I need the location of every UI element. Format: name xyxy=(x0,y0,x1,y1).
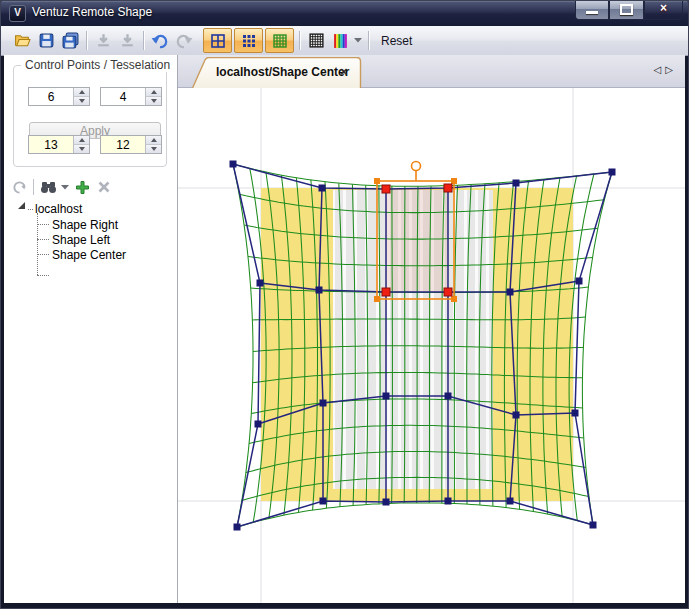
grid-points-toggle[interactable] xyxy=(234,28,263,53)
control-points-v-spinner xyxy=(100,87,162,106)
import-button[interactable] xyxy=(91,29,115,52)
control-point[interactable] xyxy=(320,400,327,407)
maximize-button[interactable] xyxy=(609,0,644,20)
rotate-handle[interactable] xyxy=(412,162,421,171)
dropdown-caret-icon xyxy=(61,185,69,190)
control-point[interactable] xyxy=(257,280,264,287)
spin-down-button[interactable] xyxy=(146,144,161,153)
control-point[interactable] xyxy=(320,498,327,505)
selected-control-point[interactable] xyxy=(444,184,452,192)
spin-up-button[interactable] xyxy=(74,88,89,96)
groupbox-label: Control Points / Tesselation xyxy=(21,58,174,72)
save-icon xyxy=(38,32,55,49)
find-button[interactable] xyxy=(37,177,59,197)
save-all-button[interactable] xyxy=(58,29,82,52)
redo-button[interactable] xyxy=(172,29,196,52)
grid-points-icon xyxy=(241,33,257,49)
control-point[interactable] xyxy=(445,498,452,505)
control-point[interactable] xyxy=(513,412,520,419)
tab-strip: localhost/Shape Center × ◁▷ xyxy=(178,55,685,88)
grid-coarse-icon xyxy=(210,33,226,49)
control-point[interactable] xyxy=(507,289,514,296)
shape-canvas[interactable] xyxy=(178,88,685,603)
dropdown-caret-icon xyxy=(354,38,362,43)
app-icon: V xyxy=(9,5,26,22)
delete-shape-button[interactable] xyxy=(93,177,115,197)
color-bars-icon xyxy=(333,33,348,49)
selected-control-point[interactable] xyxy=(382,288,390,296)
tesselation-v-input[interactable] xyxy=(101,136,145,153)
control-point[interactable] xyxy=(572,410,579,417)
refresh-icon xyxy=(12,180,27,195)
tab-shape-center[interactable]: localhost/Shape Center × xyxy=(192,57,362,88)
grid-bw-button[interactable] xyxy=(304,29,328,52)
minimize-button[interactable] xyxy=(575,0,609,20)
spin-up-button[interactable] xyxy=(74,136,89,144)
control-point[interactable] xyxy=(513,180,520,187)
control-point[interactable] xyxy=(230,161,237,168)
tab-scroll-right-icon[interactable]: ▷ xyxy=(665,64,677,75)
tesselation-v-spinner xyxy=(100,135,162,154)
tab-close-icon[interactable]: × xyxy=(340,64,348,79)
add-shape-button[interactable] xyxy=(71,177,93,197)
color-bars-button[interactable] xyxy=(328,29,352,52)
selection-handle[interactable] xyxy=(374,296,380,302)
control-point[interactable] xyxy=(316,287,323,294)
left-panel: Control Points / Tesselation Apply xyxy=(4,55,178,603)
delete-icon xyxy=(97,180,111,194)
grid-bw-icon xyxy=(308,32,325,49)
open-folder-icon xyxy=(14,32,31,49)
spin-down-button[interactable] xyxy=(74,96,89,105)
titlebar[interactable]: V Ventuz Remote Shape × xyxy=(0,0,689,26)
import-all-button[interactable] xyxy=(115,29,139,52)
redo-icon xyxy=(175,32,193,50)
control-points-u-spinner xyxy=(28,87,90,106)
main-toolbar: Reset xyxy=(1,26,688,56)
control-points-v-input[interactable] xyxy=(101,88,145,105)
control-point[interactable] xyxy=(383,499,390,506)
spin-down-button[interactable] xyxy=(74,144,89,153)
control-point[interactable] xyxy=(319,185,326,192)
control-point[interactable] xyxy=(383,393,390,400)
grid-fine-icon xyxy=(272,33,288,49)
selection-handle[interactable] xyxy=(451,296,457,302)
save-button[interactable] xyxy=(34,29,58,52)
color-bars-dropdown[interactable] xyxy=(352,29,364,52)
tree-item-shape-right[interactable]: Shape Right xyxy=(52,218,118,232)
grid-fine-toggle[interactable] xyxy=(265,28,294,53)
close-button[interactable]: × xyxy=(644,0,683,20)
control-point[interactable] xyxy=(255,421,262,428)
expander-icon[interactable] xyxy=(18,202,25,209)
control-point[interactable] xyxy=(576,278,583,285)
reset-button[interactable]: Reset xyxy=(373,31,420,51)
selection-handle[interactable] xyxy=(374,178,380,184)
control-point[interactable] xyxy=(609,169,616,176)
tree-item-localhost[interactable]: localhost xyxy=(35,202,82,216)
binoculars-icon xyxy=(40,180,57,195)
save-all-icon xyxy=(62,32,79,49)
open-folder-button[interactable] xyxy=(10,29,34,52)
main-area: localhost/Shape Center × ◁▷ xyxy=(178,55,685,603)
selected-control-point[interactable] xyxy=(444,288,452,296)
import-icon xyxy=(95,32,112,49)
spin-down-button[interactable] xyxy=(146,96,161,105)
tab-label: localhost/Shape Center xyxy=(216,65,349,79)
grid-coarse-toggle[interactable] xyxy=(203,28,232,53)
tree-item-shape-left[interactable]: Shape Left xyxy=(52,233,110,247)
spin-up-button[interactable] xyxy=(146,136,161,144)
spin-up-button[interactable] xyxy=(146,88,161,96)
control-point[interactable] xyxy=(445,393,452,400)
find-dropdown[interactable] xyxy=(59,177,71,197)
selection-handle[interactable] xyxy=(451,178,457,184)
tab-scroll-left-icon[interactable]: ◁ xyxy=(654,64,666,75)
control-point[interactable] xyxy=(590,522,597,529)
tree-toolbar xyxy=(4,176,178,198)
tree-item-shape-center[interactable]: Shape Center xyxy=(52,248,126,262)
undo-button[interactable] xyxy=(148,29,172,52)
control-point[interactable] xyxy=(507,498,514,505)
selected-control-point[interactable] xyxy=(382,185,390,193)
control-points-u-input[interactable] xyxy=(29,88,73,105)
tesselation-u-input[interactable] xyxy=(29,136,73,153)
control-point[interactable] xyxy=(234,524,241,531)
refresh-button[interactable] xyxy=(8,177,30,197)
